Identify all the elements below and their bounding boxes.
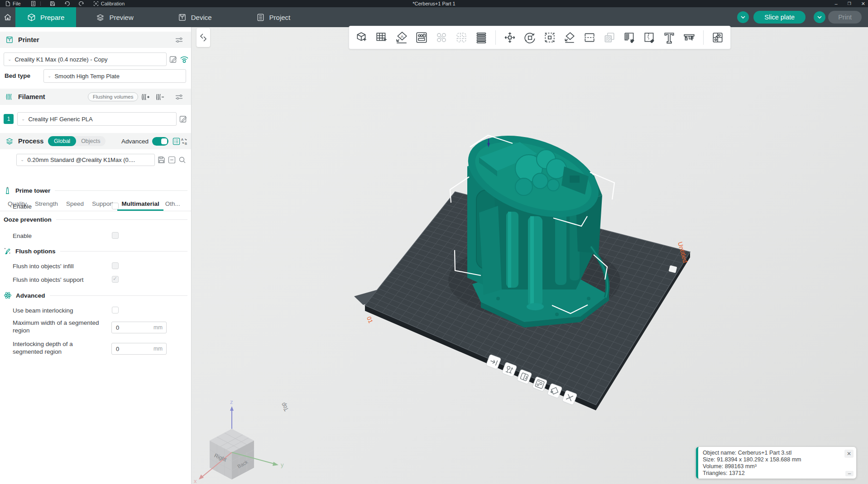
file-menu[interactable]: File: [5, 1, 21, 6]
process-preset-select[interactable]: ⌄ 0.20mm Standard @Creality K1Max (0....: [16, 154, 155, 166]
home-button[interactable]: [0, 7, 15, 27]
calibration-menu[interactable]: Calibration: [93, 1, 125, 6]
segment-global[interactable]: Global: [48, 136, 76, 146]
assembly-puzzle-icon: [711, 31, 724, 44]
search-preset-icon[interactable]: [178, 156, 186, 164]
rotate-button[interactable]: [521, 28, 539, 47]
scale-button[interactable]: [541, 28, 559, 47]
filament-settings-sliders-icon[interactable]: [175, 94, 183, 100]
close-button[interactable]: ✕: [861, 1, 865, 7]
ab-compare-icon[interactable]: AB: [181, 138, 188, 145]
cut-icon: [583, 31, 596, 44]
object-triangles-text: Triangles: 13712: [703, 470, 852, 477]
tab-prepare[interactable]: Prepare: [15, 7, 76, 27]
flushing-volumes-button[interactable]: Flushing volumes: [88, 92, 138, 101]
redo-icon: [78, 1, 84, 6]
slice-options-dropdown[interactable]: [737, 11, 749, 23]
slice-plate-button[interactable]: Slice plate: [753, 11, 806, 24]
lay-flat-button[interactable]: [561, 28, 579, 47]
seam-paint-button[interactable]: [640, 28, 658, 47]
flush-infill-checkbox[interactable]: [112, 262, 119, 269]
tab-multimaterial[interactable]: Multimaterial: [117, 200, 163, 211]
printer-wifi-icon[interactable]: [180, 55, 189, 63]
chevron-down-icon: ⌄: [21, 117, 25, 121]
add-plate-button[interactable]: [373, 28, 391, 47]
filament-section-title: Filament: [18, 93, 45, 100]
add-filament-icon[interactable]: [141, 93, 150, 101]
segment-objects[interactable]: Objects: [76, 138, 105, 144]
info-minimize-button[interactable]: –: [845, 471, 854, 476]
layer-list-button[interactable]: [472, 28, 490, 47]
bed-type-select[interactable]: ⌄ Smooth High Temp Plate: [43, 69, 186, 83]
split-plates-button[interactable]: [452, 28, 470, 47]
prime-tower-enable-checkbox[interactable]: [112, 203, 119, 209]
restore-button[interactable]: ❐: [848, 1, 851, 6]
nav-cube[interactable]: z x y Top Right Back: [194, 399, 290, 484]
printer-select[interactable]: ⌄ Creality K1 Max (0.4 nozzle) - Copy: [4, 52, 167, 66]
minimize-button[interactable]: –: [835, 1, 838, 6]
flush-infill-label: Flush into objects' infill: [13, 262, 74, 270]
ooze-enable-checkbox[interactable]: [112, 232, 119, 239]
save-button[interactable]: [50, 1, 55, 6]
text-tool-button[interactable]: [660, 28, 678, 47]
align-button[interactable]: [432, 28, 451, 47]
redo-button[interactable]: [78, 1, 84, 6]
tab-strength[interactable]: Strength: [31, 200, 62, 211]
process-scope-segment[interactable]: Global Objects: [48, 136, 106, 146]
titlebar-separator: [40, 1, 41, 6]
printer-settings-sliders-icon[interactable]: [175, 37, 183, 43]
tab-project[interactable]: Project: [245, 7, 302, 27]
filament-section-header: Filament Flushing volumes: [0, 89, 191, 105]
sidebar-collapse-handle[interactable]: [197, 28, 210, 47]
rotate-icon: [523, 31, 536, 44]
tab-speed[interactable]: Speed: [62, 200, 88, 211]
prepare-cube-icon: [27, 13, 36, 22]
auto-orient-icon: A: [395, 31, 408, 44]
flush-support-checkbox[interactable]: [112, 276, 119, 283]
clone-icon: [603, 31, 616, 44]
cut-button[interactable]: [580, 28, 599, 47]
calibration-menu-label: Calibration: [101, 1, 125, 6]
add-model-button[interactable]: [353, 28, 371, 47]
interlock-depth-input-wrap: mm: [111, 343, 167, 355]
undo-button[interactable]: [64, 1, 70, 6]
document-menu-button[interactable]: [31, 1, 36, 6]
max-width-label: Maximum width of a segmented region: [13, 319, 103, 334]
prime-tower-section-title: Prime tower: [4, 186, 187, 195]
save-preset-icon[interactable]: [158, 156, 165, 164]
filament-select-value: Creality HF Generic PLA: [28, 116, 92, 123]
filament-select[interactable]: ⌄ Creality HF Generic PLA: [17, 112, 177, 126]
remove-filament-icon[interactable]: [156, 93, 164, 101]
move-button[interactable]: [501, 28, 519, 47]
process-list-icon[interactable]: [173, 138, 180, 145]
print-button[interactable]: Print: [828, 11, 862, 24]
edit-printer-icon[interactable]: [169, 55, 177, 63]
tab-device[interactable]: Device: [166, 7, 224, 27]
prime-tower-icon: [4, 186, 11, 195]
remove-preset-icon[interactable]: [168, 156, 176, 164]
clone-button[interactable]: [600, 28, 619, 47]
calibration-icon: [93, 1, 99, 6]
auto-orient-button[interactable]: A: [393, 28, 411, 47]
nav-cube-top-label[interactable]: Top: [279, 401, 290, 413]
tab-preview[interactable]: Preview: [84, 7, 145, 27]
object-volume-text: Volume: 898163 mm³: [703, 463, 852, 470]
preview-layers-icon: [96, 13, 105, 22]
arrange-button[interactable]: [412, 28, 431, 47]
beam-interlocking-checkbox[interactable]: [112, 307, 119, 313]
window-title: *Cerberus+1 Part 1: [0, 1, 868, 6]
chevron-down-icon: ⌄: [8, 57, 11, 62]
flush-brush-icon: [4, 247, 11, 255]
advanced-toggle[interactable]: [152, 137, 168, 146]
info-close-button[interactable]: ✕: [844, 450, 854, 458]
title-bar: File Calibration *Cerberus+1 Part 1 – ❐ …: [0, 0, 868, 7]
assembly-button[interactable]: [709, 28, 727, 47]
tab-other[interactable]: Oth...: [163, 200, 184, 211]
model-cerberus-part[interactable]: [457, 120, 609, 327]
print-options-dropdown[interactable]: [814, 11, 825, 23]
measure-button[interactable]: [680, 28, 698, 47]
support-paint-button[interactable]: [620, 28, 638, 47]
edit-filament-icon[interactable]: [179, 115, 187, 123]
main-tab-bar: Prepare Preview Device Project Slice pla…: [0, 7, 868, 27]
nav-axis-z-label: z: [230, 399, 233, 405]
